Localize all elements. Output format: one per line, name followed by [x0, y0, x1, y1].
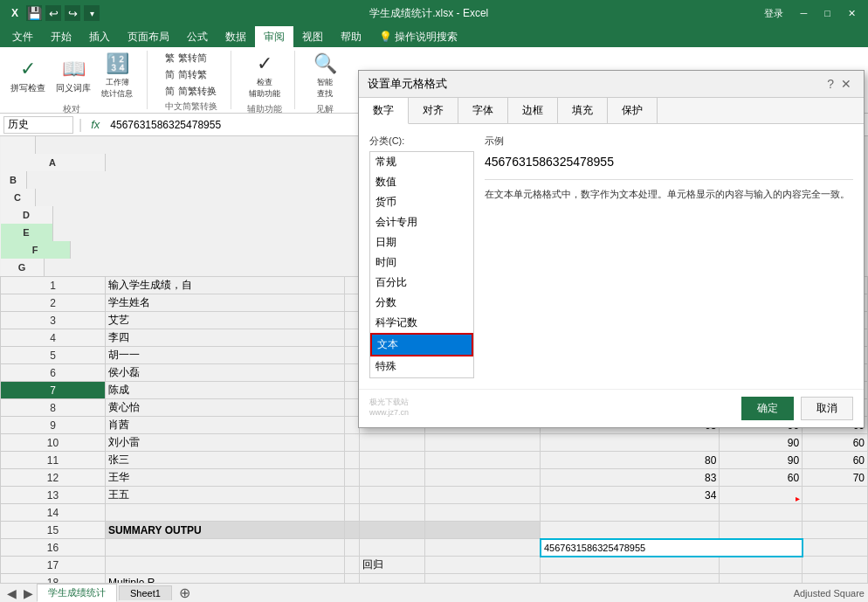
- cell-a13[interactable]: 王五: [106, 487, 345, 504]
- workbook-stats-button[interactable]: 🔢 工作簿统计信息: [98, 51, 136, 101]
- sheet-tab-active[interactable]: 学生成绩统计: [37, 584, 117, 602]
- cell-f10[interactable]: 90: [720, 434, 803, 452]
- tab-search[interactable]: 💡 操作说明搜索: [370, 26, 466, 47]
- tab-home[interactable]: 开始: [42, 26, 80, 47]
- cell-c15[interactable]: [360, 522, 425, 539]
- category-special[interactable]: 特殊: [370, 356, 473, 377]
- cell-e14[interactable]: [541, 504, 720, 522]
- dialog-help-button[interactable]: ?: [823, 77, 837, 91]
- tab-formula[interactable]: 公式: [178, 26, 217, 47]
- cell-e17[interactable]: [541, 557, 720, 574]
- cell-f18[interactable]: [720, 574, 803, 584]
- dialog-tab-number[interactable]: 数字: [359, 98, 409, 124]
- category-scientific[interactable]: 科学记数: [370, 313, 473, 333]
- cell-d10[interactable]: [424, 434, 541, 452]
- dialog-tab-border[interactable]: 边框: [508, 98, 558, 123]
- dialog-tab-protect[interactable]: 保护: [608, 98, 658, 123]
- add-sheet-button[interactable]: ⊕: [174, 585, 196, 601]
- cell-f13[interactable]: ▸: [720, 487, 803, 504]
- cell-d12[interactable]: [424, 469, 541, 487]
- smart-lookup-button[interactable]: 🔍 智能查找: [309, 51, 341, 101]
- category-time[interactable]: 时间: [370, 253, 473, 273]
- simp-trad-convert-button[interactable]: 简 简繁转换: [162, 84, 220, 99]
- cell-b15[interactable]: [345, 522, 360, 539]
- cell-g16[interactable]: [803, 539, 868, 557]
- cell-f17[interactable]: [720, 557, 803, 574]
- cell-e15[interactable]: [541, 522, 720, 539]
- cell-e18[interactable]: [541, 574, 720, 584]
- tab-data[interactable]: 数据: [217, 26, 255, 47]
- cell-g17[interactable]: [803, 557, 868, 574]
- cell-c12[interactable]: [360, 469, 425, 487]
- ok-button[interactable]: 确定: [741, 397, 794, 420]
- cell-b14[interactable]: [345, 504, 360, 522]
- cell-g13[interactable]: [803, 487, 868, 504]
- cell-f15[interactable]: [720, 522, 803, 539]
- cell-a3[interactable]: 艾艺: [106, 312, 345, 329]
- cell-a6[interactable]: 侯小磊: [106, 364, 345, 382]
- cell-a1[interactable]: 输入学生成绩，自: [106, 277, 345, 294]
- cell-c11[interactable]: [360, 452, 425, 469]
- tab-file[interactable]: 文件: [3, 26, 42, 47]
- cell-e13[interactable]: 34: [541, 487, 720, 504]
- cell-c13[interactable]: [360, 487, 425, 504]
- cell-a18[interactable]: Multiple R: [106, 574, 345, 584]
- sheet-tab-sheet1[interactable]: Sheet1: [119, 585, 172, 600]
- cell-g18[interactable]: [803, 574, 868, 584]
- cell-c17[interactable]: 回归: [360, 557, 425, 574]
- cell-d17[interactable]: [424, 557, 541, 574]
- cell-c18[interactable]: [360, 574, 425, 584]
- cell-g11[interactable]: 60: [803, 452, 868, 469]
- dialog-tab-align[interactable]: 对齐: [409, 98, 458, 123]
- name-box[interactable]: [3, 116, 73, 134]
- sheet-tab-nav-left[interactable]: ◀: [3, 586, 20, 600]
- cell-a8[interactable]: 黄心怡: [106, 399, 345, 417]
- cell-a9[interactable]: 肖茜: [106, 417, 345, 434]
- category-percentage[interactable]: 百分比: [370, 273, 473, 293]
- close-button[interactable]: ✕: [843, 6, 861, 21]
- tab-page-layout[interactable]: 页面布局: [119, 26, 178, 47]
- cell-a5[interactable]: 胡一一: [106, 347, 345, 364]
- cell-b18[interactable]: [345, 574, 360, 584]
- cell-d14[interactable]: [424, 504, 541, 522]
- category-fraction[interactable]: 分数: [370, 293, 473, 313]
- save-icon[interactable]: 💾: [26, 5, 42, 21]
- cell-g10[interactable]: 60: [803, 434, 868, 452]
- cell-ef16[interactable]: 4567631586325478955: [541, 539, 803, 557]
- cancel-button[interactable]: 取消: [801, 397, 853, 420]
- category-text[interactable]: 文本: [370, 333, 473, 356]
- spellcheck-button[interactable]: ✓ 拼写检查: [7, 56, 49, 96]
- cell-b17[interactable]: [345, 557, 360, 574]
- cell-e10[interactable]: [541, 434, 720, 452]
- cell-d15[interactable]: [424, 522, 541, 539]
- category-general[interactable]: 常规: [370, 152, 473, 172]
- category-date[interactable]: 日期: [370, 232, 473, 253]
- cell-d18[interactable]: [424, 574, 541, 584]
- cell-f12[interactable]: 60: [720, 469, 803, 487]
- undo-icon[interactable]: ↩: [45, 5, 61, 21]
- cell-a4[interactable]: 李四: [106, 329, 345, 347]
- cell-b16[interactable]: [345, 539, 360, 557]
- minimize-button[interactable]: ─: [796, 6, 813, 20]
- dialog-tab-fill[interactable]: 填充: [558, 98, 608, 123]
- cell-a17[interactable]: [106, 557, 345, 574]
- cell-d13[interactable]: [424, 487, 541, 504]
- tab-view[interactable]: 视图: [293, 26, 332, 47]
- cell-c10[interactable]: [360, 434, 425, 452]
- cell-d16[interactable]: [424, 539, 541, 557]
- login-button[interactable]: 登录: [759, 5, 789, 22]
- category-currency[interactable]: 货币: [370, 192, 473, 212]
- cell-c16[interactable]: [360, 539, 425, 557]
- cell-a2[interactable]: 学生姓名: [106, 294, 345, 312]
- category-custom[interactable]: 自定义: [370, 377, 473, 378]
- cell-a11[interactable]: 张三: [106, 452, 345, 469]
- customize-icon[interactable]: ▾: [84, 5, 100, 21]
- cell-b13[interactable]: [345, 487, 360, 504]
- cell-a16[interactable]: [106, 539, 345, 557]
- redo-icon[interactable]: ↪: [65, 5, 80, 21]
- cell-f14[interactable]: [720, 504, 803, 522]
- category-accounting[interactable]: 会计专用: [370, 212, 473, 232]
- tab-help[interactable]: 帮助: [332, 26, 370, 47]
- thesaurus-button[interactable]: 📖 同义词库: [52, 56, 94, 96]
- cell-a10[interactable]: 刘小雷: [106, 434, 345, 452]
